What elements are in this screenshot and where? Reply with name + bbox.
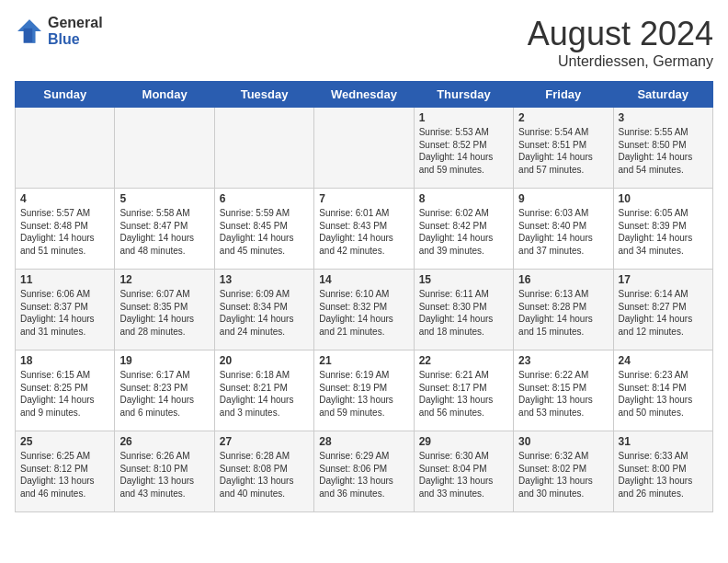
calendar-cell: 13Sunrise: 6:09 AM Sunset: 8:34 PM Dayli… (214, 270, 313, 350)
logo-blue: Blue (48, 31, 103, 48)
calendar-cell: 27Sunrise: 6:28 AM Sunset: 8:08 PM Dayli… (214, 431, 313, 512)
day-number: 8 (419, 192, 508, 205)
calendar-week-row: 4Sunrise: 5:57 AM Sunset: 8:48 PM Daylig… (16, 189, 713, 270)
day-info: Sunrise: 6:22 AM Sunset: 8:15 PM Dayligh… (518, 369, 608, 419)
day-number: 15 (419, 273, 508, 286)
weekday-header-monday: Monday (115, 82, 214, 108)
day-number: 25 (20, 435, 109, 448)
logo: General Blue (15, 15, 103, 47)
day-number: 9 (518, 192, 608, 205)
day-number: 27 (220, 435, 309, 448)
day-info: Sunrise: 5:54 AM Sunset: 8:51 PM Dayligh… (518, 126, 608, 176)
day-info: Sunrise: 6:09 AM Sunset: 8:34 PM Dayligh… (220, 288, 309, 338)
day-number: 11 (20, 273, 109, 286)
day-number: 6 (220, 192, 309, 205)
logo-icon (15, 17, 44, 46)
day-info: Sunrise: 6:17 AM Sunset: 8:23 PM Dayligh… (119, 369, 209, 419)
day-info: Sunrise: 5:57 AM Sunset: 8:48 PM Dayligh… (20, 207, 109, 257)
calendar-cell: 26Sunrise: 6:26 AM Sunset: 8:10 PM Dayli… (115, 431, 214, 512)
day-number: 14 (319, 273, 408, 286)
day-info: Sunrise: 6:28 AM Sunset: 8:08 PM Dayligh… (220, 450, 309, 500)
day-number: 22 (419, 354, 508, 367)
calendar-week-row: 1Sunrise: 5:53 AM Sunset: 8:52 PM Daylig… (16, 108, 713, 189)
day-number: 18 (20, 354, 109, 367)
day-info: Sunrise: 6:29 AM Sunset: 8:06 PM Dayligh… (319, 450, 408, 500)
day-info: Sunrise: 6:06 AM Sunset: 8:37 PM Dayligh… (20, 288, 109, 338)
day-info: Sunrise: 6:18 AM Sunset: 8:21 PM Dayligh… (220, 369, 309, 419)
day-info: Sunrise: 5:55 AM Sunset: 8:50 PM Dayligh… (619, 126, 708, 176)
day-number: 16 (518, 273, 608, 286)
title-block: August 2024 Unterdiessen, Germany (528, 15, 713, 70)
calendar-week-row: 11Sunrise: 6:06 AM Sunset: 8:37 PM Dayli… (16, 270, 713, 350)
calendar-cell (314, 108, 414, 189)
calendar-cell: 10Sunrise: 6:05 AM Sunset: 8:39 PM Dayli… (613, 189, 712, 270)
calendar-cell: 11Sunrise: 6:06 AM Sunset: 8:37 PM Dayli… (16, 270, 115, 350)
day-info: Sunrise: 6:33 AM Sunset: 8:00 PM Dayligh… (619, 450, 708, 500)
calendar-cell (115, 108, 214, 189)
day-number: 21 (319, 354, 408, 367)
calendar-cell: 21Sunrise: 6:19 AM Sunset: 8:19 PM Dayli… (314, 350, 414, 431)
day-info: Sunrise: 6:11 AM Sunset: 8:30 PM Dayligh… (419, 288, 508, 338)
calendar-cell: 2Sunrise: 5:54 AM Sunset: 8:51 PM Daylig… (514, 108, 613, 189)
calendar-cell: 3Sunrise: 5:55 AM Sunset: 8:50 PM Daylig… (613, 108, 712, 189)
calendar-cell (214, 108, 313, 189)
calendar-cell: 14Sunrise: 6:10 AM Sunset: 8:32 PM Dayli… (314, 270, 414, 350)
calendar-cell: 23Sunrise: 6:22 AM Sunset: 8:15 PM Dayli… (514, 350, 613, 431)
day-number: 10 (619, 192, 708, 205)
day-number: 1 (419, 111, 508, 124)
day-info: Sunrise: 6:05 AM Sunset: 8:39 PM Dayligh… (619, 207, 708, 257)
day-number: 17 (619, 273, 708, 286)
calendar-cell: 20Sunrise: 6:18 AM Sunset: 8:21 PM Dayli… (214, 350, 313, 431)
calendar-cell: 12Sunrise: 6:07 AM Sunset: 8:35 PM Dayli… (115, 270, 214, 350)
weekday-header-saturday: Saturday (613, 82, 712, 108)
calendar-cell (16, 108, 115, 189)
day-number: 3 (619, 111, 708, 124)
calendar-cell: 22Sunrise: 6:21 AM Sunset: 8:17 PM Dayli… (414, 350, 513, 431)
day-info: Sunrise: 6:30 AM Sunset: 8:04 PM Dayligh… (419, 450, 508, 500)
month-year: August 2024 (528, 15, 713, 53)
calendar-cell: 7Sunrise: 6:01 AM Sunset: 8:43 PM Daylig… (314, 189, 414, 270)
day-info: Sunrise: 6:10 AM Sunset: 8:32 PM Dayligh… (319, 288, 408, 338)
calendar-cell: 30Sunrise: 6:32 AM Sunset: 8:02 PM Dayli… (514, 431, 613, 512)
day-info: Sunrise: 6:13 AM Sunset: 8:28 PM Dayligh… (518, 288, 608, 338)
calendar-cell: 25Sunrise: 6:25 AM Sunset: 8:12 PM Dayli… (16, 431, 115, 512)
calendar-cell: 6Sunrise: 5:59 AM Sunset: 8:45 PM Daylig… (214, 189, 313, 270)
calendar-week-row: 25Sunrise: 6:25 AM Sunset: 8:12 PM Dayli… (16, 431, 713, 512)
day-info: Sunrise: 6:19 AM Sunset: 8:19 PM Dayligh… (319, 369, 408, 419)
day-info: Sunrise: 6:14 AM Sunset: 8:27 PM Dayligh… (619, 288, 708, 338)
day-number: 2 (518, 111, 608, 124)
weekday-header-friday: Friday (514, 82, 613, 108)
day-number: 26 (119, 435, 209, 448)
day-info: Sunrise: 6:23 AM Sunset: 8:14 PM Dayligh… (619, 369, 708, 419)
day-number: 24 (619, 354, 708, 367)
day-number: 5 (119, 192, 209, 205)
day-number: 19 (119, 354, 209, 367)
weekday-header-sunday: Sunday (16, 82, 115, 108)
weekday-header-row: SundayMondayTuesdayWednesdayThursdayFrid… (16, 82, 713, 108)
day-info: Sunrise: 6:15 AM Sunset: 8:25 PM Dayligh… (20, 369, 109, 419)
day-info: Sunrise: 6:26 AM Sunset: 8:10 PM Dayligh… (119, 450, 209, 500)
day-number: 29 (419, 435, 508, 448)
calendar-cell: 18Sunrise: 6:15 AM Sunset: 8:25 PM Dayli… (16, 350, 115, 431)
day-info: Sunrise: 6:03 AM Sunset: 8:40 PM Dayligh… (518, 207, 608, 257)
calendar-cell: 5Sunrise: 5:58 AM Sunset: 8:47 PM Daylig… (115, 189, 214, 270)
day-info: Sunrise: 6:07 AM Sunset: 8:35 PM Dayligh… (119, 288, 209, 338)
weekday-header-thursday: Thursday (414, 82, 513, 108)
day-number: 4 (20, 192, 109, 205)
day-info: Sunrise: 5:53 AM Sunset: 8:52 PM Dayligh… (419, 126, 508, 176)
calendar-cell: 16Sunrise: 6:13 AM Sunset: 8:28 PM Dayli… (514, 270, 613, 350)
weekday-header-wednesday: Wednesday (314, 82, 414, 108)
day-number: 30 (518, 435, 608, 448)
day-info: Sunrise: 6:21 AM Sunset: 8:17 PM Dayligh… (419, 369, 508, 419)
calendar-cell: 31Sunrise: 6:33 AM Sunset: 8:00 PM Dayli… (613, 431, 712, 512)
day-info: Sunrise: 5:59 AM Sunset: 8:45 PM Dayligh… (220, 207, 309, 257)
calendar-cell: 28Sunrise: 6:29 AM Sunset: 8:06 PM Dayli… (314, 431, 414, 512)
page-header: General Blue August 2024 Unterdiessen, G… (15, 15, 713, 70)
day-info: Sunrise: 6:01 AM Sunset: 8:43 PM Dayligh… (319, 207, 408, 257)
calendar-cell: 19Sunrise: 6:17 AM Sunset: 8:23 PM Dayli… (115, 350, 214, 431)
calendar-table: SundayMondayTuesdayWednesdayThursdayFrid… (15, 81, 713, 512)
day-info: Sunrise: 6:25 AM Sunset: 8:12 PM Dayligh… (20, 450, 109, 500)
day-number: 20 (220, 354, 309, 367)
logo-text: General Blue (48, 15, 103, 47)
calendar-cell: 4Sunrise: 5:57 AM Sunset: 8:48 PM Daylig… (16, 189, 115, 270)
